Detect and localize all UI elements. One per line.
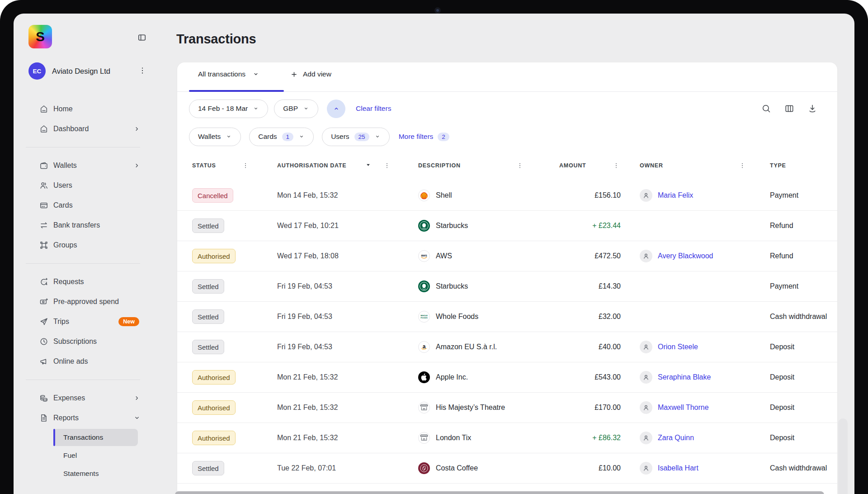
- users-filter[interactable]: Users 25: [322, 128, 390, 146]
- kebab-icon: [242, 162, 249, 169]
- add-view-button[interactable]: Add view: [290, 70, 331, 78]
- vertical-scrollbar[interactable]: [838, 418, 848, 494]
- sidebar-item-reports[interactable]: Reports: [14, 408, 156, 428]
- type-cell: Cash widthdrawal: [770, 453, 837, 483]
- columns-button[interactable]: [784, 104, 794, 114]
- transaction-row[interactable]: SettledFri 19 Feb, 04:53WHOLEFOODSWhole …: [177, 302, 837, 332]
- company-switcher[interactable]: EC Aviato Design Ltd: [28, 62, 148, 81]
- chevron-down-icon: [252, 71, 259, 78]
- type-cell: Refund: [770, 211, 837, 241]
- app-logo: S: [28, 25, 52, 48]
- transaction-row[interactable]: SettledTue 22 Feb, 07:01Costa Coffee£10.…: [177, 453, 837, 484]
- owner-column-menu[interactable]: [739, 151, 746, 180]
- sidebar-subitem-transactions[interactable]: Transactions: [53, 429, 138, 446]
- status-column-menu[interactable]: [242, 151, 249, 180]
- status-badge: Settled: [192, 279, 224, 294]
- sidebar-collapse-button[interactable]: [135, 31, 149, 45]
- cards-filter[interactable]: Cards 1: [249, 128, 314, 146]
- kebab-icon: [138, 66, 147, 76]
- clock-icon: [39, 337, 48, 346]
- device-frame: S EC Aviato Design Ltd HomeDashboardWall…: [0, 0, 868, 494]
- owner-link[interactable]: Maria Felix: [658, 191, 693, 200]
- sidebar-subitem-fuel[interactable]: Fuel: [53, 447, 138, 464]
- transaction-row[interactable]: SettledFri 19 Feb, 04:53aAmazon EU S.à r…: [177, 332, 837, 362]
- kebab-icon: [613, 162, 620, 169]
- sidebar-item-groups[interactable]: Groups: [14, 235, 156, 255]
- sidebar-item-expenses[interactable]: Expenses: [14, 388, 156, 408]
- sidebar-item-requests[interactable]: Requests: [14, 272, 156, 292]
- currency-value: GBP: [283, 104, 298, 113]
- columns-icon: [784, 104, 794, 114]
- date-column-menu[interactable]: [383, 151, 391, 180]
- company-menu-button[interactable]: [137, 66, 148, 76]
- sidebar-item-online-ads[interactable]: Online ads: [14, 352, 156, 371]
- owner-cell: Isabella Hart: [640, 453, 698, 483]
- aws-logo-icon: aws: [418, 250, 430, 262]
- transaction-row[interactable]: AuthorisedWed 17 Feb, 18:08awsAWS£472.50…: [177, 241, 837, 271]
- wallets-filter[interactable]: Wallets: [189, 128, 241, 146]
- date-range-filter[interactable]: 14 Feb - 18 Mar: [189, 100, 268, 118]
- sidebar-item-label: Wallets: [53, 162, 77, 170]
- amount-column-menu[interactable]: [613, 151, 620, 180]
- transaction-row[interactable]: AuthorisedMon 21 Feb, 15:32Apple Inc.£54…: [177, 362, 837, 393]
- transaction-row[interactable]: SettledWed 17 Feb, 10:21Starbucks+ £23.4…: [177, 211, 837, 241]
- chevron-down-icon: [133, 414, 141, 422]
- transaction-row[interactable]: AuthorisedMon 21 Feb, 15:32London Tix+ £…: [177, 423, 837, 453]
- owner-link[interactable]: Zara Quinn: [658, 434, 694, 442]
- sidebar-subitem-statements[interactable]: Statements: [53, 465, 138, 482]
- tab-all-transactions[interactable]: All transactions: [198, 70, 259, 78]
- app-screen: S EC Aviato Design Ltd HomeDashboardWall…: [14, 14, 854, 494]
- transaction-row[interactable]: AuthorisedMon 21 Feb, 15:32His Majesty’s…: [177, 393, 837, 423]
- date-cell: Mon 21 Feb, 15:32: [277, 423, 338, 453]
- collapse-filters-button[interactable]: [327, 100, 345, 118]
- cards-filter-count: 1: [282, 133, 294, 141]
- owner-link[interactable]: Maxwell Thorne: [658, 404, 709, 412]
- sort-desc-icon: [365, 162, 372, 170]
- sidebar-item-subscriptions[interactable]: Subscriptions: [14, 332, 156, 352]
- more-filters-button[interactable]: More filters 2: [399, 133, 449, 141]
- owner-link[interactable]: Avery Blackwood: [658, 252, 713, 260]
- transaction-row[interactable]: SettledFri 19 Feb, 04:53Starbucks£14.30P…: [177, 271, 837, 302]
- owner-link[interactable]: Isabella Hart: [658, 464, 698, 472]
- description-cell: London Tix: [418, 423, 471, 453]
- sidebar-item-label: Groups: [53, 241, 77, 249]
- currency-filter[interactable]: GBP: [274, 100, 318, 118]
- sidebar-item-label: Users: [53, 181, 72, 190]
- sidebar-item-label: Pre-approved spend: [53, 298, 119, 306]
- sidebar-item-label: Requests: [53, 278, 84, 286]
- transaction-row[interactable]: CancelledMon 14 Feb, 15:32Shell£156.10Ma…: [177, 180, 837, 211]
- amount-cell: £10.00: [494, 453, 621, 483]
- horizontal-scrollbar[interactable]: [175, 491, 824, 494]
- status-cell: Authorised: [192, 393, 236, 423]
- sort-descending-button[interactable]: [365, 151, 372, 180]
- device-camera: [434, 7, 441, 14]
- description-column-menu[interactable]: [516, 151, 524, 180]
- sidebar-item-trips[interactable]: TripsNew: [14, 312, 156, 332]
- sidebar-item-cards[interactable]: Cards: [14, 195, 156, 215]
- sidebar-item-wallets[interactable]: Wallets: [14, 156, 156, 176]
- company-avatar: EC: [28, 62, 46, 80]
- new-badge: New: [118, 317, 139, 326]
- sidebar-item-label: Expenses: [53, 394, 85, 402]
- search-button[interactable]: [761, 104, 771, 114]
- owner-link[interactable]: Seraphina Blake: [658, 373, 711, 381]
- sidebar-item-bank-transfers[interactable]: Bank transfers: [14, 215, 156, 235]
- user-avatar-icon: [640, 371, 652, 384]
- type-cell: Refund: [770, 241, 837, 271]
- search-icon: [761, 104, 771, 114]
- sidebar-item-dashboard[interactable]: Dashboard: [14, 119, 156, 139]
- status-badge: Authorised: [192, 249, 236, 263]
- kebab-icon: [516, 162, 524, 169]
- download-button[interactable]: [807, 104, 817, 114]
- merchant-name: Apple Inc.: [436, 373, 468, 381]
- table-header: Status Authorisation date Description Am…: [177, 151, 837, 180]
- sidebar-item-users[interactable]: Users: [14, 176, 156, 195]
- active-indicator: [53, 429, 55, 446]
- clear-filters-button[interactable]: Clear filters: [356, 104, 391, 113]
- sidebar-item-pre-approved-spend[interactable]: Pre-approved spend: [14, 292, 156, 312]
- user-avatar-icon: [640, 341, 652, 353]
- sidebar-item-home[interactable]: Home: [14, 99, 156, 119]
- owner-link[interactable]: Orion Steele: [658, 343, 698, 351]
- description-cell: Starbucks: [418, 271, 468, 301]
- sidebar-subitem-label: Transactions: [63, 433, 103, 442]
